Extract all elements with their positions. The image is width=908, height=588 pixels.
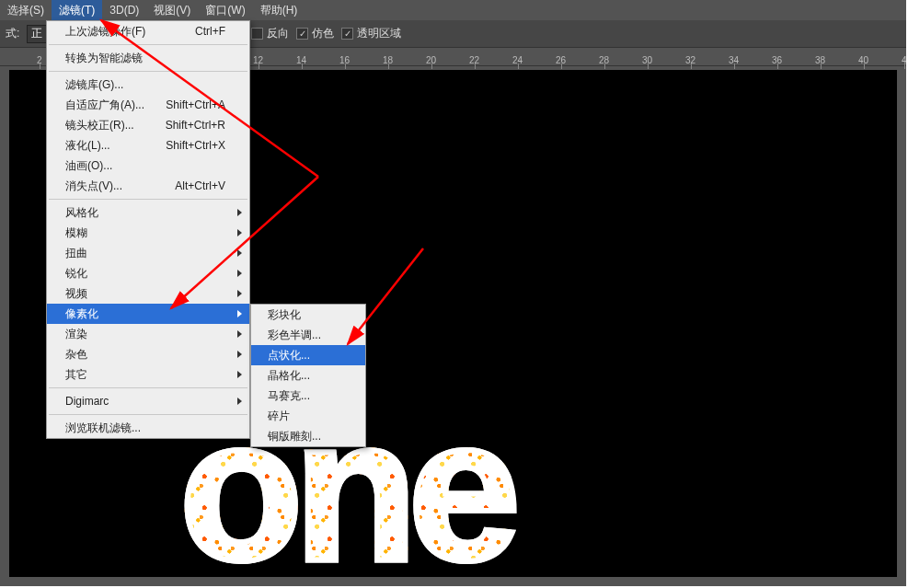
- pixelate-submenu-item[interactable]: 晶格化...: [251, 365, 365, 386]
- menu-item-shortcut: Ctrl+F: [195, 25, 225, 38]
- filter-menu-item[interactable]: 转换为智能滤镜: [47, 48, 249, 68]
- chevron-right-icon: [237, 398, 242, 405]
- chevron-right-icon: [237, 330, 242, 338]
- pixelate-submenu: 彩块化彩色半调...点状化...晶格化...马赛克...碎片铜版雕刻...: [250, 304, 366, 447]
- menu-item-label: 滤镜库(G)...: [65, 77, 123, 93]
- ruler-tick: 16: [339, 55, 350, 65]
- menu-view[interactable]: 视图(V): [146, 0, 198, 20]
- ruler-tick: 14: [296, 55, 306, 65]
- filter-menu-item[interactable]: 渲染: [47, 324, 249, 344]
- opt-invert-label: 反向: [267, 26, 289, 41]
- menu-item-shortcut: Shift+Ctrl+A: [166, 98, 225, 111]
- menu-filter[interactable]: 滤镜(T): [52, 0, 102, 20]
- pixelate-submenu-item[interactable]: 碎片: [251, 406, 365, 426]
- opt-alpha[interactable]: ✓透明区域: [341, 26, 401, 41]
- ruler-tick: 26: [556, 55, 566, 65]
- ruler-tick: 22: [469, 55, 479, 65]
- filter-menu-item[interactable]: 其它: [47, 364, 249, 385]
- filter-menu-item[interactable]: 模糊: [47, 223, 249, 243]
- app-window: 选择(S) 滤镜(T) 3D(D) 视图(V) 窗口(W) 帮助(H) 式: 反…: [0, 0, 906, 586]
- pixelate-submenu-item[interactable]: 彩色半调...: [251, 325, 365, 345]
- menu-separator: [49, 414, 247, 415]
- opt-alpha-label: 透明区域: [357, 26, 401, 41]
- ruler-tick: 12: [253, 55, 263, 65]
- menu-help[interactable]: 帮助(H): [253, 0, 305, 20]
- filter-menu-item[interactable]: 油画(O)...: [47, 156, 249, 176]
- menu-item-label: 转换为智能滤镜: [65, 51, 143, 66]
- menu-window[interactable]: 窗口(W): [198, 0, 252, 20]
- menu-item-label: 消失点(V)...: [65, 179, 122, 194]
- menu-item-label: 杂色: [65, 347, 87, 363]
- menu-item-label: 其它: [65, 367, 87, 383]
- filter-menu-item[interactable]: 上次滤镜操作(F)Ctrl+F: [47, 21, 249, 41]
- opt-dither-label: 仿色: [312, 26, 334, 41]
- menu-item-label: 上次滤镜操作(F): [65, 24, 145, 40]
- menu-item-label: 扭曲: [65, 246, 87, 261]
- filter-menu-item[interactable]: Digimarc: [47, 391, 249, 411]
- filter-menu-item[interactable]: 视频: [47, 283, 249, 304]
- ruler-tick: 2: [37, 55, 42, 65]
- menu-3d[interactable]: 3D(D): [102, 0, 146, 20]
- menu-item-label: 模糊: [65, 225, 87, 241]
- ruler-tick: 40: [858, 55, 868, 65]
- filter-menu-item[interactable]: 风格化: [47, 202, 249, 223]
- filter-menu-item[interactable]: 像素化: [47, 304, 249, 324]
- ruler-tick: 4: [902, 55, 906, 65]
- menu-item-label: 浏览联机滤镜...: [65, 421, 141, 436]
- menu-separator: [49, 71, 247, 72]
- menu-item-label: 风格化: [65, 205, 98, 221]
- ruler-tick: 28: [599, 55, 609, 65]
- chevron-right-icon: [237, 371, 242, 378]
- filter-menu-item[interactable]: 浏览联机滤镜...: [47, 418, 249, 438]
- menu-item-label: Digimarc: [65, 395, 109, 408]
- menu-item-label: 渲染: [65, 327, 87, 342]
- chevron-right-icon: [237, 209, 242, 216]
- menu-item-shortcut: Shift+Ctrl+X: [166, 139, 225, 152]
- filter-menu-item[interactable]: 扭曲: [47, 243, 249, 263]
- chevron-right-icon: [237, 310, 242, 317]
- ruler-tick: 38: [815, 55, 825, 65]
- filter-menu-item[interactable]: 自适应广角(A)...Shift+Ctrl+A: [47, 95, 249, 115]
- menu-item-shortcut: Shift+Ctrl+R: [166, 119, 225, 132]
- menu-select[interactable]: 选择(S): [0, 0, 52, 20]
- filter-menu-item[interactable]: 液化(L)...Shift+Ctrl+X: [47, 135, 249, 156]
- ruler-tick: 36: [772, 55, 782, 65]
- menu-item-label: 像素化: [65, 306, 98, 322]
- filter-menu-item[interactable]: 锐化: [47, 263, 249, 283]
- filter-menu-item[interactable]: 消失点(V)...Alt+Ctrl+V: [47, 176, 249, 196]
- menu-item-shortcut: Alt+Ctrl+V: [175, 179, 225, 192]
- pixelate-submenu-item[interactable]: 铜版雕刻...: [251, 426, 365, 446]
- menu-item-label: 镜头校正(R)...: [65, 118, 134, 133]
- menu-item-label: 油画(O)...: [65, 158, 112, 174]
- chevron-right-icon: [237, 249, 242, 257]
- chevron-right-icon: [237, 270, 242, 277]
- ruler-tick: 24: [512, 55, 523, 65]
- pixelate-submenu-item[interactable]: 马赛克...: [251, 386, 365, 406]
- menu-item-label: 视频: [65, 286, 87, 302]
- opt-dither[interactable]: ✓仿色: [296, 26, 334, 41]
- menu-item-label: 锐化: [65, 266, 87, 282]
- ruler-tick: 18: [383, 55, 393, 65]
- ruler-tick: 34: [729, 55, 739, 65]
- opt-invert[interactable]: 反向: [251, 26, 289, 41]
- mode-label: 式:: [6, 26, 19, 41]
- ruler-tick: 32: [685, 55, 695, 65]
- chevron-right-icon: [237, 290, 242, 297]
- filter-menu-item[interactable]: 杂色: [47, 344, 249, 364]
- pixelate-submenu-item[interactable]: 彩块化: [251, 305, 365, 325]
- menu-item-label: 自适应广角(A)...: [65, 98, 144, 113]
- filter-menu-item[interactable]: 镜头校正(R)...Shift+Ctrl+R: [47, 115, 249, 135]
- menubar: 选择(S) 滤镜(T) 3D(D) 视图(V) 窗口(W) 帮助(H): [0, 0, 906, 20]
- menu-separator: [49, 44, 247, 45]
- filter-menu-dropdown: 上次滤镜操作(F)Ctrl+F转换为智能滤镜滤镜库(G)...自适应广角(A).…: [46, 20, 250, 439]
- menu-item-label: 液化(L)...: [65, 138, 110, 154]
- filter-menu-item[interactable]: 滤镜库(G)...: [47, 75, 249, 95]
- ruler-tick: 20: [426, 55, 436, 65]
- ruler-tick: 30: [642, 55, 652, 65]
- menu-separator: [49, 387, 247, 388]
- menu-separator: [49, 199, 247, 200]
- chevron-right-icon: [237, 351, 242, 358]
- chevron-right-icon: [237, 229, 242, 236]
- pixelate-submenu-item[interactable]: 点状化...: [251, 345, 365, 365]
